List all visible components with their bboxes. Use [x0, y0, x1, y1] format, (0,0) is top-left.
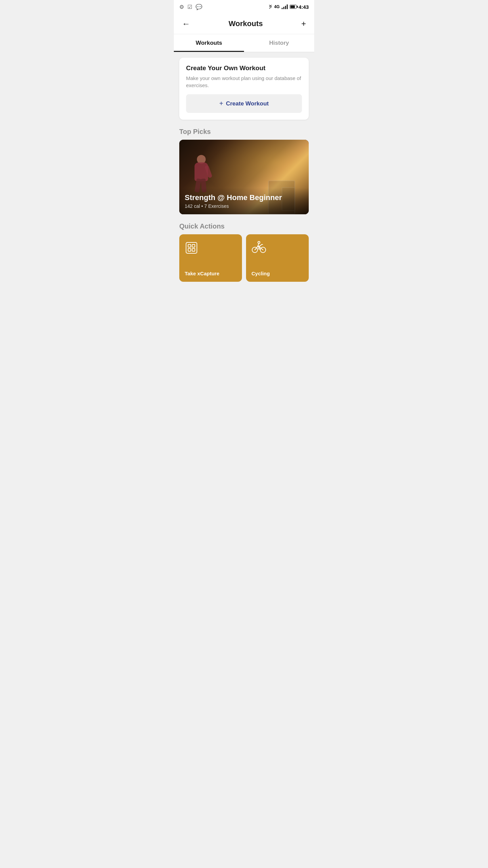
top-picks-card-meta: 142 cal • 7 Exercises: [185, 203, 303, 209]
bike-icon: [251, 241, 303, 256]
tab-bar: Workouts History: [174, 34, 314, 52]
top-picks-separator: •: [201, 203, 204, 209]
top-picks-card[interactable]: Strength @ Home Beginner 142 cal • 7 Exe…: [179, 140, 309, 214]
quick-action-xcapture[interactable]: Take xCapture: [179, 234, 242, 282]
create-card-title: Create Your Own Workout: [186, 64, 302, 72]
signal-label: 4G: [274, 4, 280, 9]
tab-workouts[interactable]: Workouts: [174, 34, 244, 52]
svg-rect-3: [188, 249, 191, 251]
create-card-description: Make your own workout plan using our dat…: [186, 75, 302, 89]
back-button[interactable]: ←: [181, 18, 191, 30]
create-btn-label: Create Workout: [226, 100, 269, 107]
status-time: 4:43: [299, 4, 309, 10]
create-workout-button[interactable]: + Create Workout: [186, 94, 302, 113]
status-right-icons: 4G 4:43: [269, 4, 309, 10]
speech-icon: 💬: [196, 4, 202, 10]
top-picks-overlay: Strength @ Home Beginner 142 cal • 7 Exe…: [179, 188, 309, 214]
add-button[interactable]: +: [300, 18, 307, 30]
top-picks-calories: 142 cal: [185, 203, 200, 209]
page-title: Workouts: [228, 19, 263, 28]
check-icon: ☑: [187, 4, 192, 10]
top-nav: ← Workouts +: [174, 14, 314, 34]
bluetooth-icon: [269, 4, 272, 10]
cycling-label: Cycling: [251, 271, 303, 276]
signal-bars: [282, 4, 288, 9]
status-left-icons: ⚙ ☑ 💬: [179, 4, 202, 10]
create-btn-plus-icon: +: [219, 100, 223, 107]
tab-history[interactable]: History: [244, 34, 314, 52]
top-picks-header: Top Picks: [179, 128, 309, 136]
status-bar: ⚙ ☑ 💬 4G 4:43: [174, 0, 314, 14]
gear-icon: ⚙: [179, 4, 184, 10]
svg-point-8: [258, 248, 260, 249]
xcapture-label: Take xCapture: [185, 271, 237, 276]
quick-actions-row: Take xCapture: [179, 234, 309, 282]
svg-rect-2: [192, 244, 195, 247]
svg-rect-4: [192, 249, 195, 251]
battery-icon: [290, 5, 297, 9]
top-picks-card-title: Strength @ Home Beginner: [185, 193, 303, 202]
top-picks-exercises: 7 Exercises: [204, 203, 229, 209]
quick-actions-header: Quick Actions: [179, 222, 309, 230]
svg-rect-1: [188, 244, 191, 247]
quick-action-cycling[interactable]: Cycling: [246, 234, 309, 282]
create-workout-card: Create Your Own Workout Make your own wo…: [179, 58, 309, 120]
svg-rect-0: [186, 242, 197, 253]
main-content: Create Your Own Workout Make your own wo…: [174, 52, 314, 287]
camera-icon: [185, 241, 237, 257]
